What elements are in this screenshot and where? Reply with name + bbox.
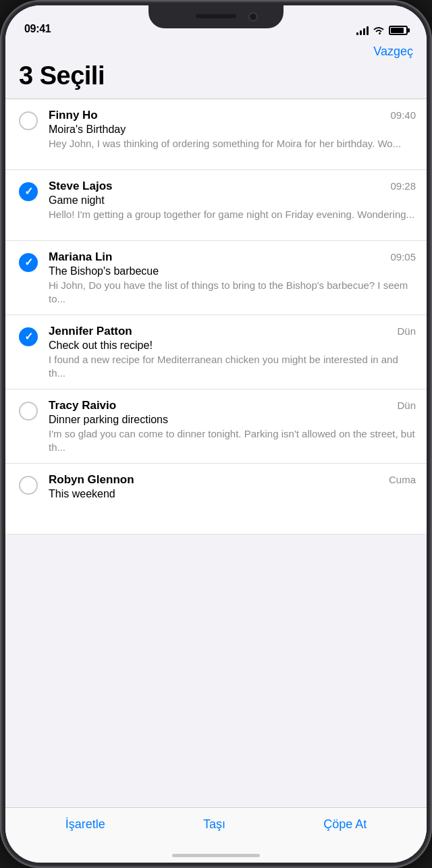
email-content: Jennifer PattonDünCheck out this recipe!… (40, 325, 416, 379)
email-checkbox[interactable] (19, 476, 38, 495)
email-preview: Hello! I'm getting a group together for … (49, 208, 416, 221)
phone-shell: 09:41 (0, 0, 432, 868)
email-time: Dün (397, 400, 416, 411)
email-time: 09:05 (390, 251, 416, 263)
cancel-button[interactable]: Vazgeç (373, 45, 413, 59)
top-bar: Vazgeç (5, 39, 427, 59)
checkmark-icon: ✓ (24, 257, 33, 268)
checkbox-area: ✓ (16, 180, 40, 201)
email-item[interactable]: Robyn GlennonCumaThis weekend (5, 464, 427, 535)
title-section: 3 Seçili (5, 59, 427, 99)
email-time: 09:40 (390, 109, 416, 121)
checkbox-area: ✓ (16, 250, 40, 272)
email-header: Finny Ho09:40 (49, 109, 416, 122)
email-item[interactable]: Tracy RaivioDünDinner parking directions… (5, 389, 427, 464)
email-checkbox[interactable]: ✓ (19, 327, 38, 346)
mark-button[interactable]: İşaretle (59, 817, 112, 832)
battery-icon (389, 26, 408, 35)
move-button[interactable]: Taşı (196, 817, 232, 832)
sender-name: Jennifer Patton (49, 325, 132, 338)
checkbox-area (16, 109, 40, 130)
email-time: Dün (397, 325, 416, 337)
email-subject: Game night (49, 194, 416, 207)
email-header: Mariana Lin09:05 (49, 250, 416, 264)
checkmark-icon: ✓ (24, 186, 33, 197)
email-time: Cuma (389, 474, 416, 485)
email-checkbox[interactable] (19, 111, 38, 130)
email-subject: Dinner parking directions (49, 414, 416, 426)
email-checkbox[interactable]: ✓ (19, 182, 38, 201)
sender-name: Mariana Lin (49, 250, 112, 264)
checkbox-area (16, 473, 40, 495)
signal-icon (356, 26, 369, 35)
email-preview: I found a new recipe for Mediterranean c… (49, 353, 416, 379)
screen: 09:41 (5, 5, 427, 863)
email-header: Tracy RaivioDün (49, 399, 416, 412)
trash-button[interactable]: Çöpe At (317, 817, 373, 832)
sender-name: Tracy Raivio (49, 399, 116, 412)
checkmark-icon: ✓ (24, 331, 33, 342)
checkbox-area (16, 399, 40, 421)
email-preview: I'm so glad you can come to dinner tonig… (49, 427, 416, 454)
sender-name: Finny Ho (49, 109, 98, 122)
email-content: Finny Ho09:40Moira's BirthdayHey John, I… (40, 109, 416, 151)
email-content: Tracy RaivioDünDinner parking directions… (40, 399, 416, 454)
email-list: Finny Ho09:40Moira's BirthdayHey John, I… (5, 99, 427, 535)
checkbox-area: ✓ (16, 325, 40, 346)
email-time: 09:28 (390, 180, 416, 192)
email-preview: Hey John, I was thinking of ordering som… (49, 137, 416, 151)
email-header: Robyn GlennonCuma (49, 473, 416, 487)
email-content: Steve Lajos09:28Game nightHello! I'm get… (40, 180, 416, 221)
home-indicator (172, 854, 260, 857)
email-subject: Moira's Birthday (49, 124, 416, 136)
camera (248, 12, 258, 22)
email-checkbox[interactable] (19, 402, 38, 421)
email-item[interactable]: ✓Jennifer PattonDünCheck out this recipe… (5, 315, 427, 389)
sender-name: Robyn Glennon (49, 473, 134, 487)
email-item[interactable]: Finny Ho09:40Moira's BirthdayHey John, I… (5, 99, 427, 170)
status-icons (356, 26, 408, 35)
status-time: 09:41 (24, 23, 51, 35)
sender-name: Steve Lajos (49, 180, 113, 193)
notch (148, 5, 284, 28)
email-content: Robyn GlennonCumaThis weekend (40, 473, 416, 501)
email-header: Jennifer PattonDün (49, 325, 416, 338)
email-item[interactable]: ✓Steve Lajos09:28Game nightHello! I'm ge… (5, 170, 427, 241)
speaker (196, 14, 236, 18)
email-preview: Hi John, Do you have the list of things … (49, 279, 416, 305)
email-item[interactable]: ✓Mariana Lin09:05The Bishop's barbecueHi… (5, 241, 427, 315)
email-subject: This weekend (49, 488, 416, 500)
email-header: Steve Lajos09:28 (49, 180, 416, 193)
email-checkbox[interactable]: ✓ (19, 253, 38, 272)
page-title: 3 Seçili (19, 61, 413, 90)
email-content: Mariana Lin09:05The Bishop's barbecueHi … (40, 250, 416, 305)
email-subject: The Bishop's barbecue (49, 265, 416, 277)
email-subject: Check out this recipe! (49, 340, 416, 352)
wifi-icon (373, 26, 385, 35)
